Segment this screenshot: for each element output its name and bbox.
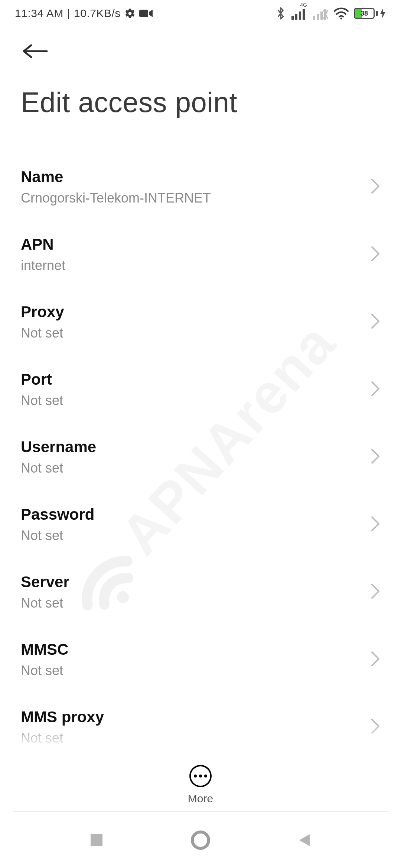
row-label: MMSC — [21, 641, 68, 658]
svg-rect-3 — [299, 11, 301, 20]
row-mms-proxy[interactable]: MMS proxy Not set — [21, 694, 380, 762]
svg-rect-0 — [139, 10, 148, 17]
svg-rect-4 — [303, 9, 305, 20]
row-value: Not set — [21, 325, 64, 341]
chevron-right-icon — [371, 651, 380, 668]
row-value: Not set — [21, 528, 94, 543]
circle-icon — [190, 830, 211, 851]
bottom-action-bar: More — [0, 765, 401, 810]
more-icon — [189, 765, 212, 787]
chevron-right-icon — [371, 313, 380, 331]
row-port[interactable]: Port Not set — [21, 356, 380, 424]
row-label: Name — [21, 168, 211, 186]
chevron-right-icon — [371, 516, 380, 533]
nav-home-button[interactable] — [186, 825, 215, 855]
svg-rect-2 — [295, 14, 297, 20]
row-label: Username — [21, 438, 96, 456]
row-username[interactable]: Username Not set — [21, 424, 380, 491]
chevron-right-icon — [371, 448, 380, 466]
row-label: Server — [21, 573, 69, 591]
svg-point-15 — [192, 832, 209, 848]
battery-text: 38 — [355, 9, 374, 18]
status-netspeed: 10.7KB/s — [74, 7, 121, 20]
battery-indicator: 38 — [354, 8, 386, 19]
row-value: Not set — [21, 393, 63, 408]
signal-secondary-icon — [312, 7, 329, 20]
chevron-right-icon — [371, 178, 380, 196]
chevron-right-icon — [371, 718, 380, 736]
status-bar: 11:34 AM | 10.7KB/s 4G — [0, 0, 401, 27]
svg-point-11 — [340, 18, 342, 20]
triangle-left-icon — [296, 832, 313, 848]
row-value: Not set — [21, 663, 68, 678]
nav-back-button[interactable] — [290, 825, 319, 855]
chevron-right-icon — [371, 246, 380, 263]
gear-icon — [124, 8, 136, 19]
status-separator: | — [67, 7, 70, 20]
status-left: 11:34 AM | 10.7KB/s — [15, 7, 153, 20]
bluetooth-icon — [276, 7, 286, 20]
row-label: Password — [21, 506, 94, 523]
svg-rect-14 — [91, 834, 102, 846]
status-time: 11:34 AM — [15, 7, 63, 20]
row-apn[interactable]: APN internet — [21, 221, 380, 289]
row-label: Port — [21, 371, 63, 388]
row-label: MMS proxy — [21, 708, 104, 726]
row-name[interactable]: Name Crnogorski-Telekom-INTERNET — [21, 154, 380, 221]
nav-recent-button[interactable] — [82, 825, 111, 855]
bottom-divider — [13, 811, 388, 812]
svg-marker-16 — [299, 834, 310, 846]
status-right: 4G — [276, 7, 386, 20]
row-value: Not set — [21, 460, 96, 476]
row-mmsc[interactable]: MMSC Not set — [21, 627, 380, 694]
charging-icon — [379, 8, 386, 19]
row-value: Not set — [21, 595, 69, 611]
row-value: Not set — [21, 730, 104, 746]
row-value: Crnogorski-Telekom-INTERNET — [21, 190, 211, 206]
row-label: Proxy — [21, 303, 64, 321]
back-button[interactable] — [21, 38, 49, 66]
signal-primary-label: 4G — [300, 2, 307, 8]
svg-rect-6 — [317, 14, 319, 20]
svg-rect-5 — [313, 16, 315, 20]
more-label: More — [188, 792, 213, 805]
row-server[interactable]: Server Not set — [21, 559, 380, 627]
chevron-right-icon — [371, 583, 380, 601]
settings-list: Name Crnogorski-Telekom-INTERNET APN int… — [0, 118, 401, 762]
more-button[interactable]: More — [188, 765, 213, 805]
page-title: Edit access point — [0, 66, 401, 118]
row-proxy[interactable]: Proxy Not set — [21, 289, 380, 356]
wifi-icon — [334, 7, 349, 20]
svg-rect-1 — [291, 16, 294, 20]
arrow-left-icon — [22, 42, 48, 62]
row-value: internet — [21, 258, 65, 273]
signal-primary-icon: 4G — [291, 7, 307, 20]
row-label: APN — [21, 236, 65, 253]
square-icon — [89, 833, 104, 848]
camera-icon — [139, 9, 153, 18]
system-navbar — [0, 812, 401, 868]
chevron-right-icon — [371, 381, 380, 398]
svg-rect-7 — [320, 11, 323, 20]
row-password[interactable]: Password Not set — [21, 491, 380, 559]
